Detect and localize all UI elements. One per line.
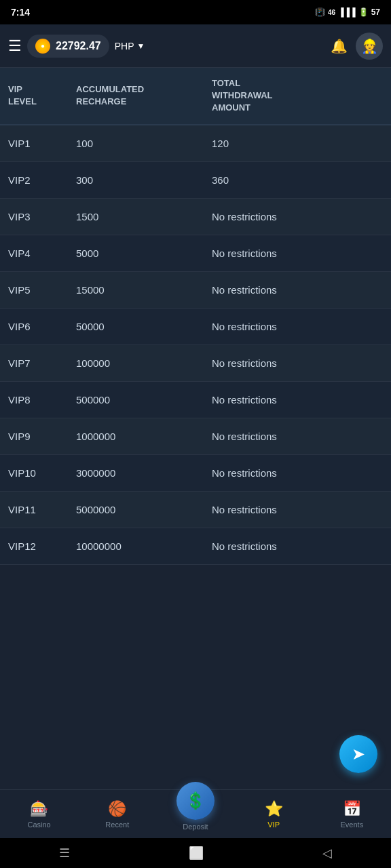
- telegram-fab-button[interactable]: ➤: [339, 735, 377, 773]
- cell-accumulated-recharge: 100000: [68, 344, 204, 381]
- cell-accumulated-recharge: 50000: [68, 308, 204, 344]
- cell-vip-level: VIP6: [0, 308, 68, 344]
- vibrate-icon: 📳: [315, 7, 325, 17]
- table-row: VIP45000No restrictions: [0, 235, 391, 271]
- cell-accumulated-recharge: 1500: [68, 198, 204, 235]
- balance-container: ● 22792.47: [27, 35, 109, 58]
- table-row: VIP7100000No restrictions: [0, 344, 391, 381]
- events-icon: 📅: [343, 800, 361, 818]
- avatar[interactable]: 👷: [356, 33, 383, 60]
- nav-label-deposit: Deposit: [183, 823, 208, 831]
- cell-accumulated-recharge: 300: [68, 161, 204, 198]
- cell-vip-level: VIP9: [0, 418, 68, 454]
- header: ☰ ● 22792.47 PHP ▼ 🔔 👷: [0, 24, 391, 68]
- telegram-icon: ➤: [352, 745, 365, 764]
- android-navigation-bar: ☰ ⬜ ◁: [0, 838, 391, 868]
- wifi-icon: ▐▐▐: [338, 7, 356, 17]
- cell-vip-level: VIP11: [0, 491, 68, 528]
- cell-total-withdrawal: No restrictions: [204, 381, 391, 418]
- nav-label-events: Events: [341, 821, 364, 829]
- android-home-icon[interactable]: ⬜: [189, 846, 204, 861]
- cell-total-withdrawal: No restrictions: [204, 271, 391, 308]
- nav-item-recent[interactable]: 🏀 Recent: [90, 800, 145, 829]
- table-row: VIP115000000No restrictions: [0, 491, 391, 528]
- nav-item-vip[interactable]: ⭐ VIP: [246, 800, 301, 829]
- cell-total-withdrawal: No restrictions: [204, 308, 391, 344]
- cell-total-withdrawal: No restrictions: [204, 491, 391, 528]
- vip-icon: ⭐: [265, 800, 283, 818]
- cell-total-withdrawal: No restrictions: [204, 344, 391, 381]
- cell-total-withdrawal: 360: [204, 161, 391, 198]
- cell-accumulated-recharge: 5000: [68, 235, 204, 271]
- currency-label: PHP: [115, 41, 134, 52]
- casino-icon: 🎰: [30, 800, 48, 818]
- notification-bell-icon[interactable]: 🔔: [331, 38, 348, 54]
- table-row: VIP103000000No restrictions: [0, 454, 391, 491]
- android-back-icon[interactable]: ☰: [59, 846, 70, 861]
- table-row: VIP1100120: [0, 125, 391, 162]
- cell-vip-level: VIP10: [0, 454, 68, 491]
- cell-total-withdrawal: No restrictions: [204, 418, 391, 454]
- cell-vip-level: VIP1: [0, 125, 68, 162]
- cell-total-withdrawal: 120: [204, 125, 391, 162]
- vip-table: VIPLEVEL ACCUMULATEDRECHARGE TOTALWITHDR…: [0, 68, 391, 565]
- cell-vip-level: VIP7: [0, 344, 68, 381]
- menu-button[interactable]: ☰: [8, 37, 22, 55]
- table-row: VIP650000No restrictions: [0, 308, 391, 344]
- currency-selector[interactable]: PHP ▼: [115, 41, 145, 52]
- android-recents-icon[interactable]: ◁: [322, 846, 332, 861]
- cell-accumulated-recharge: 100: [68, 125, 204, 162]
- header-right: 🔔 👷: [331, 33, 383, 60]
- cell-total-withdrawal: No restrictions: [204, 235, 391, 271]
- table-row: VIP91000000No restrictions: [0, 418, 391, 454]
- battery-icon: 🔋: [358, 7, 369, 17]
- cell-accumulated-recharge: 15000: [68, 271, 204, 308]
- cell-vip-level: VIP12: [0, 528, 68, 564]
- status-bar: 7:14 📳 46 ▐▐▐ 🔋 57: [0, 0, 391, 24]
- status-icons: 📳 46 ▐▐▐ 🔋 57: [315, 7, 380, 17]
- nav-item-deposit[interactable]: 💲 Deposit: [168, 782, 223, 831]
- col-header-total-withdrawal: TOTALWITHDRAWALAMOUNT: [204, 68, 391, 125]
- nav-label-casino: Casino: [27, 821, 50, 829]
- nav-label-vip: VIP: [267, 821, 280, 829]
- cell-total-withdrawal: No restrictions: [204, 528, 391, 564]
- bottom-navigation: 🎰 Casino 🏀 Recent 💲 Deposit ⭐ VIP 📅 Even…: [0, 789, 391, 838]
- cell-vip-level: VIP5: [0, 271, 68, 308]
- table-row: VIP31500No restrictions: [0, 198, 391, 235]
- coin-icon: ●: [35, 39, 50, 54]
- header-left: ☰ ● 22792.47 PHP ▼: [8, 35, 145, 58]
- table-row: VIP515000No restrictions: [0, 271, 391, 308]
- table-row: VIP2300360: [0, 161, 391, 198]
- deposit-icon: 💲: [185, 791, 206, 810]
- vip-table-container: VIPLEVEL ACCUMULATEDRECHARGE TOTALWITHDR…: [0, 68, 391, 565]
- nav-label-recent: Recent: [105, 821, 129, 829]
- time-display: 7:14: [11, 7, 30, 18]
- chevron-down-icon: ▼: [137, 41, 145, 51]
- cell-accumulated-recharge: 500000: [68, 381, 204, 418]
- battery-level: 57: [371, 7, 380, 17]
- nav-item-casino[interactable]: 🎰 Casino: [12, 800, 67, 829]
- cell-accumulated-recharge: 5000000: [68, 491, 204, 528]
- cell-vip-level: VIP2: [0, 161, 68, 198]
- cell-vip-level: VIP3: [0, 198, 68, 235]
- cell-vip-level: VIP4: [0, 235, 68, 271]
- cell-total-withdrawal: No restrictions: [204, 454, 391, 491]
- cell-accumulated-recharge: 10000000: [68, 528, 204, 564]
- table-row: VIP1210000000No restrictions: [0, 528, 391, 564]
- balance-amount: 22792.47: [56, 40, 101, 52]
- cell-accumulated-recharge: 3000000: [68, 454, 204, 491]
- recent-icon: 🏀: [108, 800, 126, 818]
- deposit-circle: 💲: [176, 782, 215, 820]
- cell-vip-level: VIP8: [0, 381, 68, 418]
- nav-item-events[interactable]: 📅 Events: [324, 800, 379, 829]
- table-header-row: VIPLEVEL ACCUMULATEDRECHARGE TOTALWITHDR…: [0, 68, 391, 125]
- signal-4g-icon: 46: [328, 9, 335, 16]
- cell-accumulated-recharge: 1000000: [68, 418, 204, 454]
- col-header-accumulated-recharge: ACCUMULATEDRECHARGE: [68, 68, 204, 125]
- user-avatar-icon: 👷: [361, 38, 378, 54]
- col-header-vip-level: VIPLEVEL: [0, 68, 68, 125]
- table-row: VIP8500000No restrictions: [0, 381, 391, 418]
- cell-total-withdrawal: No restrictions: [204, 198, 391, 235]
